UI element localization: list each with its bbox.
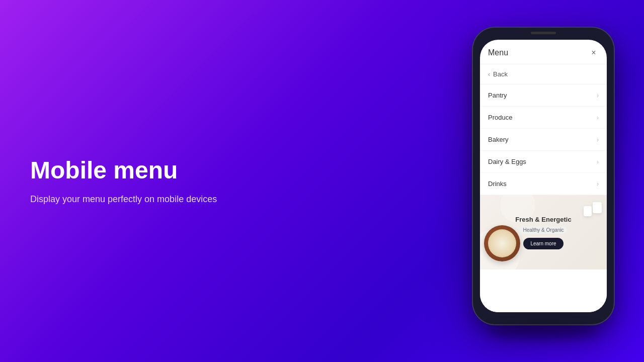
menu-item-pantry[interactable]: Pantry › (480, 84, 607, 107)
chevron-right-icon: › (597, 158, 599, 165)
banner-text-container: Fresh & Energetic Healthy & Organic Lear… (513, 216, 574, 249)
menu-item-label: Drinks (488, 180, 507, 188)
menu-item-produce[interactable]: Produce › (480, 107, 607, 129)
menu-item-bakery[interactable]: Bakery › (480, 129, 607, 151)
phone-mockup-section: Menu × ‹ Back Pantry › Produce › (473, 28, 644, 334)
menu-item-label: Produce (488, 114, 512, 121)
back-label: Back (493, 70, 508, 78)
menu-item-label: Pantry (488, 92, 507, 99)
chevron-right-icon: › (597, 180, 599, 188)
chevron-left-icon: ‹ (488, 71, 490, 78)
screen-content: Menu × ‹ Back Pantry › Produce › (480, 40, 607, 312)
left-section: Mobile menu Display your menu perfectly … (0, 117, 473, 245)
spice-jar-2 (584, 206, 592, 216)
page-subtitle: Display your menu perfectly on mobile de… (30, 194, 443, 205)
chevron-right-icon: › (597, 136, 599, 143)
banner-subtitle: Healthy & Organic (520, 226, 567, 234)
spice-jar-1 (593, 202, 602, 213)
promo-banner: Fresh & Energetic Healthy & Organic Lear… (480, 195, 607, 269)
page-title: Mobile menu (30, 157, 443, 184)
menu-item-label: Dairy & Eggs (488, 158, 526, 165)
chevron-right-icon: › (597, 114, 599, 121)
screen-bottom (480, 269, 607, 312)
menu-item-label: Bakery (488, 136, 508, 143)
learn-more-button[interactable]: Learn more (523, 238, 563, 249)
banner-title: Fresh & Energetic (513, 216, 574, 223)
close-button[interactable]: × (589, 48, 599, 58)
menu-header: Menu × (480, 40, 607, 64)
phone-screen: Menu × ‹ Back Pantry › Produce › (480, 40, 607, 312)
bowl-contents (488, 229, 516, 257)
menu-title: Menu (488, 48, 508, 57)
menu-item-dairy-eggs[interactable]: Dairy & Eggs › (480, 151, 607, 173)
menu-item-drinks[interactable]: Drinks › (480, 173, 607, 195)
phone-notch (516, 28, 571, 40)
chevron-right-icon: › (597, 92, 599, 99)
phone-frame: Menu × ‹ Back Pantry › Produce › (473, 28, 614, 324)
phone-speaker (531, 32, 556, 34)
back-row[interactable]: ‹ Back (480, 64, 607, 84)
